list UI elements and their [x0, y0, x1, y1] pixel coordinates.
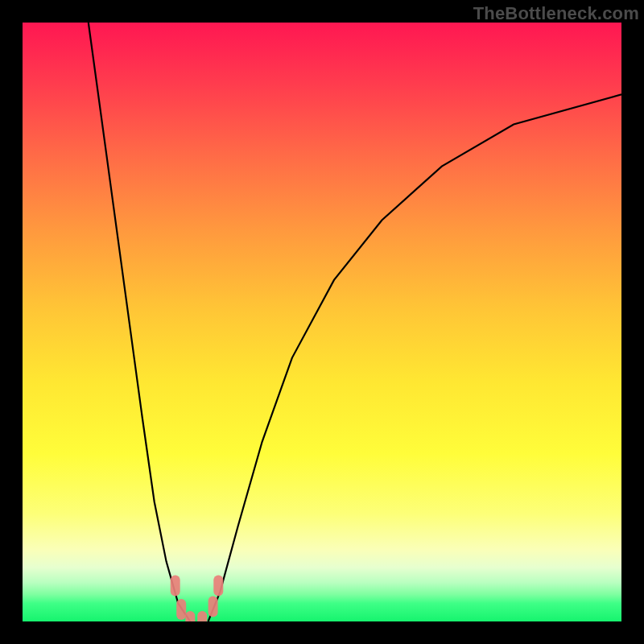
plot-area — [23, 23, 621, 621]
attribution-watermark: TheBottleneck.com — [473, 3, 639, 24]
curve-marker — [208, 596, 218, 617]
bottleneck-curve — [23, 23, 621, 621]
chart-frame: TheBottleneck.com — [0, 0, 644, 644]
curve-markers — [171, 575, 224, 621]
curve-left-branch — [89, 23, 191, 621]
curve-marker — [185, 611, 195, 621]
curve-marker — [213, 575, 223, 596]
curve-marker — [176, 599, 186, 620]
curve-right-branch — [208, 94, 621, 621]
curve-marker — [171, 575, 180, 596]
curve-marker — [197, 611, 207, 621]
